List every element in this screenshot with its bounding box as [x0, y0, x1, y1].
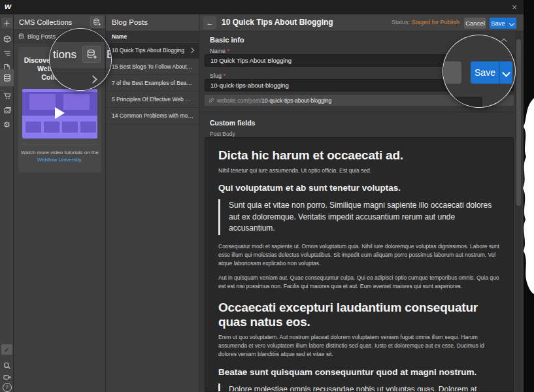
- rich-text-h2: Beatae sunt quisquam consequuntur quod a…: [218, 367, 500, 377]
- add-collection-button-zoomed[interactable]: [82, 46, 101, 63]
- required-asterisk: *: [224, 73, 226, 79]
- database-icon: [3, 74, 11, 82]
- chevron-right-icon: [189, 48, 194, 53]
- video-camera-icon: [3, 374, 11, 381]
- status-badge: Staged for Publish: [411, 19, 459, 25]
- rich-text-h2: Qui voluptatum et ab sunt tenetur volupt…: [218, 183, 500, 193]
- watch-tutorials-text: Watch more video tutorials on the Webflo…: [21, 149, 99, 163]
- components-button[interactable]: [0, 32, 14, 46]
- rich-text-h1: Dicta hic harum et occaecati ad.: [218, 148, 500, 162]
- editor-header: ← 10 Quick Tips About Blogging Status: S…: [199, 14, 524, 31]
- callout-collections-fragment: tions: [53, 48, 76, 61]
- post-title: 7 of the Best Examples of Beautiful ...: [112, 80, 193, 86]
- basic-info-heading: Basic info: [210, 36, 244, 44]
- slug-field-label: Slug *: [210, 73, 225, 79]
- cms-collections-header: CMS Collections: [14, 14, 105, 30]
- post-body-label: Post Body: [210, 131, 235, 137]
- magnifier-callout-save: Save: [442, 35, 516, 108]
- add-collection-button[interactable]: [90, 16, 103, 28]
- rich-text-quote: Dolore molestiae omnis recusandae nobis …: [218, 384, 500, 392]
- magnifier-callout-collections: tions Bl: [49, 28, 112, 91]
- rich-text-p: Nihil tenetur qui iure assumenda. Ut opt…: [218, 167, 500, 175]
- url-slug: 10-quick-tips-about-blogging: [261, 97, 331, 104]
- settings-button[interactable]: ⚙: [0, 118, 14, 132]
- chevron-down-icon: [502, 69, 510, 77]
- posts-list: 10 Quick Tips About Blogging15 Best Blog…: [106, 42, 199, 124]
- post-list-item[interactable]: 10 Quick Tips About Blogging: [106, 42, 199, 59]
- editor-title: 10 Quick Tips About Blogging: [222, 14, 333, 31]
- database-add-icon: [86, 49, 97, 59]
- post-list-item[interactable]: 7 of the Best Examples of Beautiful ...: [106, 75, 199, 91]
- gear-icon: ⚙: [3, 121, 10, 129]
- chevron-down-icon: [509, 20, 514, 25]
- cube-icon: [3, 35, 11, 43]
- cancel-button-zoomed: [442, 61, 461, 84]
- rich-text-quote: Sunt quia et vitae non porro. Similique …: [218, 199, 500, 235]
- cart-icon: [3, 92, 11, 100]
- collection-item-label: Blog Posts: [27, 33, 56, 40]
- status-label: Status:: [392, 19, 410, 25]
- required-asterisk: *: [227, 48, 230, 54]
- save-button[interactable]: Save: [490, 18, 507, 29]
- post-list-item[interactable]: 15 Best Blogs To Follow About Web...: [106, 59, 199, 75]
- back-button[interactable]: ←: [203, 16, 216, 29]
- search-icon: [3, 362, 11, 370]
- help-button[interactable]: ?: [0, 380, 14, 392]
- post-title: 14 Common Problems with modern ...: [112, 112, 193, 119]
- assets-button[interactable]: [0, 103, 14, 118]
- thumbnail-card: [63, 94, 90, 110]
- post-list-item[interactable]: 5 Principles Of Effective Web Design: [106, 91, 199, 108]
- left-toolbar: ⚙ ✓ ?: [0, 14, 14, 392]
- cancel-button[interactable]: Cancel: [464, 18, 486, 29]
- cms-collections-title: CMS Collections: [19, 14, 72, 30]
- images-icon: [3, 106, 11, 114]
- post-list-item[interactable]: 14 Common Problems with modern ...: [106, 108, 199, 124]
- webflow-university-link[interactable]: Webflow University.: [37, 157, 83, 163]
- thumbnail-tile: [80, 122, 96, 133]
- top-bar: w ×: [0, 0, 524, 14]
- thumbnail-card: [29, 94, 56, 110]
- ecommerce-button[interactable]: [0, 89, 14, 103]
- save-button-zoomed[interactable]: Save: [471, 61, 499, 84]
- rich-text-h1: Occaecati excepturi laudantium consequat…: [218, 301, 500, 329]
- webflow-logo[interactable]: w: [5, 1, 11, 11]
- custom-fields-heading: Custom fields: [210, 119, 255, 127]
- rich-text-p: Aut in quisquam veniam aut. Quae consequ…: [218, 274, 500, 291]
- webflow-cms-screen: w × ⚙ ✓: [0, 0, 534, 392]
- chevron-right-icon: [89, 75, 97, 84]
- navigator-button[interactable]: [0, 46, 14, 61]
- name-field-label: Name *: [210, 48, 229, 54]
- save-dropdown-button[interactable]: [507, 18, 516, 29]
- blog-posts-title: Blog Posts: [112, 14, 148, 31]
- blog-posts-panel: Blog Posts Name 10 Quick Tips About Blog…: [106, 14, 199, 392]
- navigator-icon: [3, 50, 11, 57]
- torn-edge-decoration: [518, 98, 534, 294]
- question-icon: ?: [3, 383, 12, 392]
- plus-icon: [4, 20, 10, 26]
- section-divider: [199, 112, 524, 112]
- url-prefix: website.com/post/: [217, 97, 261, 104]
- save-dropdown-zoomed[interactable]: [499, 61, 512, 84]
- rich-text-p: Enim ut quo voluptatem. Aut nostrum plac…: [218, 333, 500, 359]
- link-icon: [209, 97, 214, 103]
- blog-posts-header: Blog Posts: [106, 14, 199, 31]
- thumbnail-tile: [44, 122, 59, 133]
- close-icon[interactable]: ×: [509, 1, 520, 13]
- database-icon: [18, 33, 24, 40]
- checkmark-icon: ✓: [4, 346, 9, 353]
- rich-text-p: Consequatur modi et sapiente ut. Omnis v…: [218, 242, 500, 269]
- play-icon[interactable]: [55, 107, 65, 119]
- post-body-editor[interactable]: Dicta hic harum et occaecati ad.Nihil te…: [205, 137, 514, 392]
- status-text: Status: Staged for Publish: [392, 14, 459, 31]
- audit-panel-button[interactable]: ✓: [1, 344, 12, 355]
- post-title: 15 Best Blogs To Follow About Web...: [112, 63, 193, 70]
- add-element-button[interactable]: [1, 18, 12, 28]
- tutorial-video-thumbnail[interactable]: [22, 89, 97, 139]
- post-title: 5 Principles Of Effective Web Design: [112, 96, 193, 103]
- post-title: 10 Quick Tips About Blogging: [112, 47, 190, 54]
- column-header-name[interactable]: Name: [106, 31, 199, 42]
- database-add-icon: [93, 18, 101, 26]
- thumbnail-tile: [25, 122, 41, 133]
- thumbnail-tile: [62, 122, 78, 133]
- cms-button[interactable]: [0, 69, 14, 86]
